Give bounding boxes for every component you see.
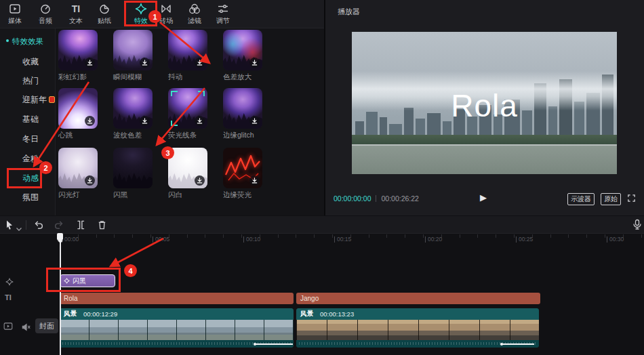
video-track-icon — [3, 321, 13, 333]
play-button[interactable]: ▶ — [480, 192, 487, 203]
download-icon[interactable] — [140, 116, 150, 126]
player-panel-title: 播放器 — [338, 7, 360, 17]
redo-icon[interactable] — [54, 220, 64, 233]
undo-icon[interactable] — [33, 220, 44, 233]
download-icon[interactable] — [249, 175, 260, 186]
toolbar-item-sticker[interactable]: 贴纸 — [91, 3, 118, 26]
volume-line[interactable] — [255, 343, 293, 345]
effect-thumbnail[interactable] — [58, 148, 98, 188]
timecode-divider — [376, 195, 376, 202]
oscilloscope-button[interactable]: 示波器 — [567, 193, 595, 205]
video-clip-2[interactable]: 风景 00:00:13:23 — [296, 308, 539, 348]
toolbar-label: 音频 — [39, 16, 52, 26]
sticker-icon — [98, 3, 110, 15]
sidebar-item-hot[interactable]: 热门 — [22, 75, 39, 87]
effect-clip-icon — [64, 278, 70, 284]
ruler-tick-label: 00:30 — [607, 236, 624, 243]
download-icon[interactable] — [195, 58, 205, 68]
volume-line[interactable] — [502, 343, 534, 345]
toolbar-item-media[interactable]: 媒体 — [1, 3, 28, 26]
text-track-icon: TI — [5, 293, 12, 301]
toolbar-item-filter[interactable]: 滤镜 — [181, 3, 208, 26]
ruler-tick-label: 00:00 — [62, 236, 79, 243]
sidebar-item-winter[interactable]: 冬日 — [22, 133, 39, 145]
cover-button[interactable]: 封面 — [35, 318, 58, 333]
text-clip-jango[interactable]: Jango — [296, 293, 540, 304]
effect-thumbnail[interactable] — [168, 148, 207, 188]
effect-card-ripplechroma[interactable]: 波纹色差 — [113, 88, 161, 140]
effect-thumbnail[interactable] — [168, 88, 207, 129]
effect-card-instantblur[interactable]: 瞬间模糊 — [113, 30, 161, 82]
sidebar-item-basic[interactable]: 基础 — [22, 114, 39, 125]
effect-card-flashlight[interactable]: 闪光灯 — [58, 148, 106, 200]
effect-card-edgeglitch[interactable]: 边缘glitch — [223, 88, 270, 140]
effect-thumbnail[interactable] — [113, 30, 153, 70]
transition-icon — [160, 3, 172, 15]
timeline-ruler[interactable]: 00:00 00:05 00:10 00:15 00:20 00:25 00:3… — [60, 234, 644, 245]
effect-card-shake[interactable]: 抖动 — [168, 30, 216, 82]
playhead-handle[interactable] — [57, 233, 63, 241]
sidebar-item-effects-root[interactable]: 特效效果 — [12, 37, 43, 47]
effect-thumbnail[interactable] — [113, 88, 153, 129]
chevron-down-icon[interactable] — [16, 222, 22, 234]
download-icon[interactable] — [195, 116, 205, 126]
download-icon[interactable] — [249, 116, 260, 126]
effect-card-rainbow[interactable]: 彩虹幻影 — [58, 30, 106, 82]
effect-thumbnail[interactable] — [168, 30, 207, 70]
effect-card-neonlines[interactable]: 荧光线条 — [168, 88, 216, 140]
sidebar-item-dynamic[interactable]: 动感 — [22, 173, 39, 184]
split-icon[interactable] — [75, 220, 86, 233]
effect-name: 波纹色差 — [113, 131, 161, 140]
water-graphic — [352, 146, 617, 174]
bullet-dot-icon — [6, 39, 9, 42]
toolbar-item-adjust[interactable]: 调节 — [209, 3, 237, 26]
text-clip-rola[interactable]: Rola — [60, 293, 294, 304]
trash-icon[interactable] — [97, 220, 107, 233]
video-clip-header: 风景 00:00:12:29 — [60, 308, 294, 320]
toolbar-item-effects[interactable]: 特效 — [127, 3, 155, 26]
effects-grid: 彩虹幻影 瞬间模糊 抖动 色差放大 心跳 波纹色差 — [56, 28, 324, 215]
toolbar-item-text[interactable]: TI 文本 — [62, 3, 89, 26]
download-icon[interactable] — [195, 175, 205, 186]
cursor-tool-icon[interactable] — [4, 220, 14, 233]
download-icon[interactable] — [249, 58, 260, 68]
toolbar-label: 转场 — [159, 16, 173, 26]
toolbar-item-audio[interactable]: 音频 — [32, 3, 59, 26]
download-icon[interactable] — [85, 175, 95, 186]
effect-thumbnail[interactable] — [223, 88, 262, 129]
download-icon[interactable] — [140, 58, 150, 68]
effect-name: 抖动 — [168, 72, 216, 82]
effect-card-edgeneon[interactable]: 边缘荧光 — [223, 148, 270, 200]
effect-thumbnail[interactable] — [113, 148, 153, 188]
sidebar-item-atmosphere[interactable]: 氛围 — [22, 192, 39, 203]
sidebar-item-newyear[interactable]: 迎新年 — [22, 94, 55, 106]
current-timecode: 00:00:00:00 — [334, 194, 371, 203]
player-controls: 00:00:00:00 00:00:26:22 ▶ 示波器 原始 — [325, 191, 644, 207]
download-icon[interactable] — [85, 116, 95, 126]
effect-card-flashwhite[interactable]: 闪白 — [168, 148, 216, 200]
download-icon[interactable] — [85, 58, 95, 68]
ruler-tick-label: 00:05 — [153, 236, 169, 243]
effect-thumbnail[interactable] — [223, 148, 262, 188]
toolbar-item-transition[interactable]: 转场 — [153, 3, 180, 26]
effect-thumbnail[interactable] — [58, 88, 98, 129]
original-button[interactable]: 原始 — [601, 193, 621, 205]
effect-name: 边缘glitch — [223, 131, 270, 140]
mic-icon[interactable] — [632, 219, 642, 233]
effect-thumbnail[interactable] — [58, 30, 98, 70]
fullscreen-icon[interactable] — [627, 193, 636, 205]
video-clip-duration: 00:00:12:29 — [83, 310, 117, 318]
video-clip-1[interactable]: 风景 00:00:12:29 — [60, 308, 294, 348]
sidebar-item-favorites[interactable]: 收藏 — [22, 56, 39, 68]
video-editor-app: 媒体 音频 TI 文本 贴纸 特效 转场 滤镜 调节 — [0, 0, 644, 355]
video-preview[interactable]: Rola — [352, 32, 617, 174]
viewfinder-corner-icon — [171, 121, 178, 126]
effect-clip-flashblack[interactable]: 闪黑 — [60, 274, 115, 287]
mute-icon[interactable] — [22, 322, 31, 334]
sidebar-item-goldpowder[interactable]: 金粉 — [22, 153, 39, 165]
effect-name: 闪光灯 — [58, 190, 106, 200]
effect-thumbnail[interactable] — [223, 30, 262, 70]
effect-card-flashblack[interactable]: 闪黑 — [113, 148, 161, 200]
effect-card-chromazoom[interactable]: 色差放大 — [223, 30, 270, 82]
effect-card-heartbeat[interactable]: 心跳 — [58, 88, 106, 140]
